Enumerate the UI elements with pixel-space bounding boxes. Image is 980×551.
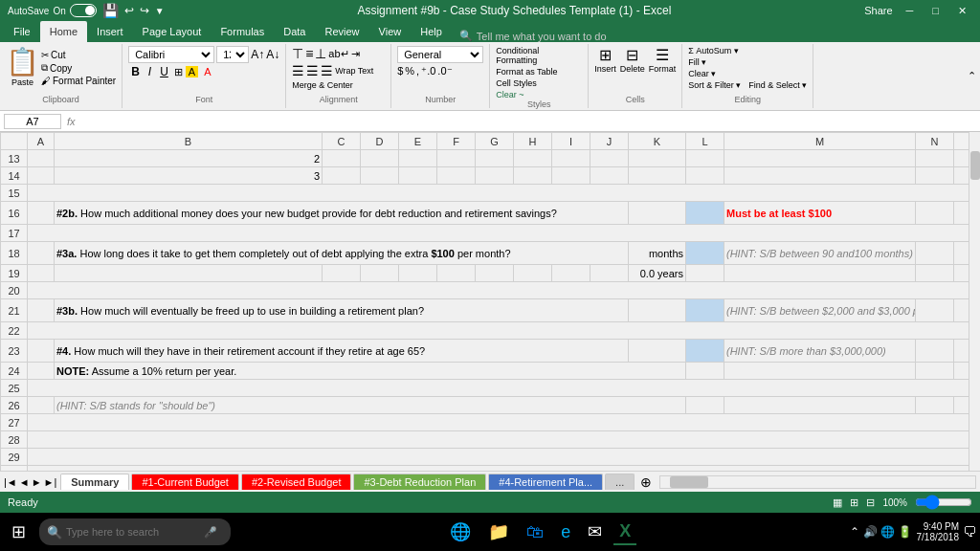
cell-row29[interactable]	[28, 449, 969, 466]
sheet-nav-next[interactable]: ►	[32, 476, 42, 488]
cell-b21[interactable]: #3b. How much will eventually be freed u…	[55, 299, 629, 322]
tab-page-layout[interactable]: Page Layout	[133, 21, 212, 42]
grid-scroll-area[interactable]: A B C D E F G H I J K L M N O	[0, 132, 969, 471]
cell-row20[interactable]	[28, 282, 969, 299]
cell-l19[interactable]	[686, 265, 724, 282]
ribbon-search-placeholder[interactable]: Tell me what you want to do	[477, 31, 607, 42]
sheet-tab-current-budget[interactable]: #1-Current Budget	[131, 474, 239, 490]
cell-n14[interactable]	[916, 167, 954, 185]
find-select-button[interactable]: Find & Select ▾	[748, 80, 807, 90]
tab-help[interactable]: Help	[411, 21, 452, 42]
sheet-tab-revised-budget[interactable]: #2-Revised Budget	[241, 474, 352, 490]
delete-button[interactable]: ⊟ Delete	[620, 46, 645, 74]
cell-n19[interactable]	[916, 265, 954, 282]
number-format-selector[interactable]: General	[397, 46, 483, 63]
align-top-button[interactable]: ⊤	[292, 46, 303, 61]
cell-l13[interactable]	[686, 150, 724, 167]
col-header-g[interactable]: G	[476, 133, 514, 150]
highlight-color-button[interactable]: A	[186, 66, 198, 77]
cell-a19[interactable]	[28, 265, 55, 282]
col-header-m[interactable]: M	[724, 133, 916, 150]
conditional-formatting-button[interactable]: Conditional Formatting	[496, 46, 582, 65]
cell-g14[interactable]	[476, 167, 514, 185]
cell-d14[interactable]	[361, 167, 399, 185]
name-box[interactable]	[4, 114, 61, 129]
autosave-toggle[interactable]	[70, 4, 97, 17]
vertical-scrollbar[interactable]	[969, 132, 980, 471]
cell-o14[interactable]	[954, 167, 969, 185]
cell-b16[interactable]: #2b. How much additional money does your…	[55, 202, 629, 225]
cell-c14[interactable]	[323, 167, 361, 185]
decrease-font-icon[interactable]: A↓	[266, 48, 279, 61]
cut-button[interactable]: ✂ Cut	[41, 50, 116, 60]
insert-button[interactable]: ⊞ Insert	[594, 46, 616, 74]
decrease-decimal-button[interactable]: .0⁻	[437, 65, 452, 77]
taskbar-search[interactable]: 🔍 🎤	[39, 518, 231, 545]
cell-row27[interactable]	[28, 414, 969, 431]
cell-m24[interactable]	[724, 363, 916, 380]
align-right-button[interactable]: ☰	[321, 63, 333, 78]
cell-l18[interactable]	[686, 242, 724, 265]
clear-editing-button[interactable]: Clear ▾	[688, 69, 716, 78]
tab-home[interactable]: Home	[40, 21, 87, 42]
sheet-tab-debt-reduction[interactable]: #3-Debt Reduction Plan	[353, 474, 486, 490]
col-header-l[interactable]: L	[686, 133, 724, 150]
cell-a26[interactable]	[28, 397, 55, 414]
col-header-a[interactable]: A	[28, 133, 55, 150]
scroll-thumb[interactable]	[970, 151, 980, 180]
cell-h19[interactable]	[514, 265, 552, 282]
cell-g19[interactable]	[476, 265, 514, 282]
cell-o13[interactable]	[954, 150, 969, 167]
cell-l26[interactable]	[686, 397, 724, 414]
cell-o24[interactable]	[954, 363, 969, 380]
format-as-table-button[interactable]: Format as Table	[496, 67, 557, 77]
col-header-n[interactable]: N	[916, 133, 954, 150]
view-normal-icon[interactable]: ▦	[833, 496, 842, 509]
redo-icon[interactable]: ↪	[140, 4, 149, 17]
cell-a14[interactable]	[28, 167, 55, 185]
underline-button[interactable]: U	[157, 65, 171, 78]
cell-f19[interactable]	[437, 265, 476, 282]
cell-l23[interactable]	[686, 340, 724, 363]
increase-font-icon[interactable]: A↑	[251, 48, 264, 61]
format-painter-button[interactable]: 🖌 Format Painter	[41, 76, 116, 86]
cell-k21[interactable]	[629, 299, 686, 322]
cell-b18[interactable]: #3a. How long does it take to get them c…	[55, 242, 629, 265]
wrap-text-button[interactable]: Wrap Text	[335, 66, 373, 76]
cell-h13[interactable]	[514, 150, 552, 167]
taskbar-search-input[interactable]	[66, 526, 200, 538]
align-left-button[interactable]: ☰	[292, 63, 304, 78]
start-button[interactable]: ⊞	[4, 521, 33, 542]
cell-k19[interactable]: 0.0 years	[629, 265, 686, 282]
cell-i19[interactable]	[552, 265, 590, 282]
sheet-tab-retirement[interactable]: #4-Retirement Pla...	[488, 474, 603, 490]
indent-button[interactable]: ⇥	[351, 48, 360, 60]
cell-k16[interactable]	[629, 202, 686, 225]
cell-row30[interactable]	[28, 466, 969, 472]
merge-center-button[interactable]: Merge & Center	[292, 80, 353, 90]
taskbar-excel-icon[interactable]: X	[613, 519, 636, 545]
cell-n21[interactable]	[916, 299, 954, 322]
font-name-selector[interactable]: Calibri	[128, 46, 214, 63]
horizontal-scrollbar[interactable]	[659, 475, 976, 489]
cell-c19[interactable]	[323, 265, 361, 282]
cell-o21[interactable]	[954, 299, 969, 322]
cell-i13[interactable]	[552, 150, 590, 167]
cell-l14[interactable]	[686, 167, 724, 185]
undo-icon[interactable]: ↩	[124, 4, 134, 17]
col-header-j[interactable]: J	[590, 133, 629, 150]
cell-a21[interactable]	[28, 299, 55, 322]
autosum-button[interactable]: Σ AutoSum ▾	[688, 46, 739, 55]
taskbar-edge-icon[interactable]: 🌐	[444, 519, 477, 544]
tab-file[interactable]: File	[4, 21, 40, 42]
cell-n18[interactable]	[916, 242, 954, 265]
comma-button[interactable]: ,	[416, 65, 419, 77]
cell-m16[interactable]: Must be at least $100	[724, 202, 916, 225]
align-bottom-button[interactable]: ⊥	[315, 46, 326, 61]
cell-m19[interactable]	[724, 265, 916, 282]
cell-c13[interactable]	[323, 150, 361, 167]
cell-j19[interactable]	[590, 265, 629, 282]
cell-n26[interactable]	[916, 397, 954, 414]
cell-g13[interactable]	[476, 150, 514, 167]
tab-view[interactable]: View	[369, 21, 412, 42]
